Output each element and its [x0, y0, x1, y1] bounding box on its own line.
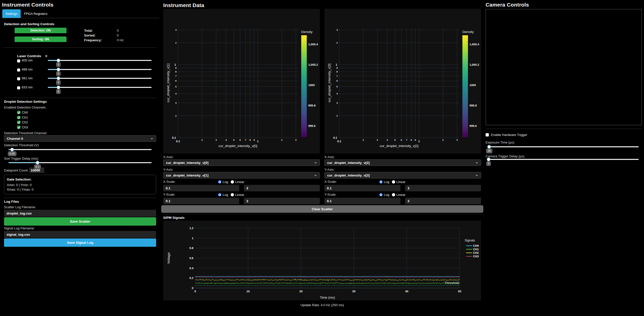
y-min-input[interactable]: 0.1 [163, 198, 239, 204]
linear-radio[interactable] [231, 180, 234, 184]
slider-value-bubble: 28 [486, 149, 492, 153]
enable-hardware-trigger-label: Enable Hardware Trigger [489, 133, 527, 137]
laser-561-power-slider[interactable]: 5 [43, 76, 156, 80]
camera-trigger-delay-slider[interactable]: 0 [485, 157, 642, 161]
y-max-input[interactable]: 3 [244, 198, 320, 204]
x-max-input[interactable]: 3 [244, 185, 320, 191]
slider-track[interactable] [9, 162, 38, 163]
slider-handle[interactable] [57, 86, 60, 89]
slider-handle[interactable] [487, 145, 491, 149]
sorting-toggle-button[interactable]: Sorting: ON [15, 37, 66, 42]
gate-max-values: Xmax: 0 | Ymax: 0 [7, 187, 153, 192]
tab-settings[interactable]: Settings [2, 9, 21, 18]
log-radio-label: Log [384, 193, 389, 197]
laser-561-checkbox[interactable] [17, 77, 20, 80]
laser-633-checkbox[interactable] [17, 86, 20, 89]
y-max-input[interactable]: 3 [405, 198, 481, 204]
svg-text:2: 2 [336, 114, 338, 117]
linear-radio[interactable] [392, 193, 395, 196]
svg-text:Time (ms): Time (ms) [320, 296, 335, 299]
svg-text:5: 5 [394, 138, 396, 141]
camera-image-view[interactable] [486, 9, 642, 125]
channel-Ch3-checkbox[interactable] [17, 126, 20, 129]
detection-threshold-slider[interactable]: 0.05 [4, 148, 156, 152]
slider-handle[interactable] [10, 148, 14, 151]
tab-fpga-registers[interactable]: FPGA Registers [21, 9, 51, 18]
svg-text:9: 9 [254, 138, 255, 141]
signal-log-filename-input[interactable]: signal_log.csv [4, 231, 156, 238]
sipm-signals-plot[interactable]: 0102030405000.20.40.60.811.2Time (ms)Vol… [163, 221, 481, 300]
log-radio[interactable] [218, 193, 221, 196]
svg-text:2: 2 [281, 138, 282, 141]
slider-value-bubble: 5 [56, 71, 61, 76]
log-files-heading: Log Files [4, 200, 156, 203]
svg-text:3: 3 [336, 101, 338, 104]
laser-488-power-slider[interactable]: 5 [43, 67, 156, 72]
svg-text:cur_droplet_intensity_v[2]: cur_droplet_intensity_v[2] [380, 144, 419, 148]
chevron-down-icon [314, 175, 317, 176]
y-min-input[interactable]: 0.1 [324, 198, 400, 204]
svg-text:5: 5 [175, 85, 177, 88]
detection-toggle-button[interactable]: Detection: ON [15, 28, 66, 33]
log-radio[interactable] [379, 180, 383, 184]
slider-rail[interactable] [9, 149, 152, 150]
sort-trigger-delay-slider[interactable]: 0.1 [4, 161, 156, 165]
channel-label: Ch1 [20, 116, 28, 119]
laser-405-power-slider[interactable]: 5 [43, 58, 156, 62]
x-max-input[interactable]: 3 [405, 185, 481, 191]
scatter-log-filename-label: Scatter Log Filename: [4, 205, 156, 209]
laser-633-power-slider[interactable]: 5 [43, 85, 156, 89]
channel-Ch1-checkbox[interactable] [17, 116, 20, 119]
x-axis-value: cur_droplet_intensity_v[0] [166, 161, 209, 165]
slider-handle[interactable] [36, 161, 39, 164]
slider-handle[interactable] [57, 59, 60, 62]
x-min-input[interactable]: 0.1 [163, 185, 239, 191]
scatter-plot-2[interactable]: 223344556677889922330.10.111cur_droplet_… [324, 9, 481, 154]
linear-radio[interactable] [392, 180, 395, 184]
save-signal-log-button[interactable]: Save Signal Log [4, 238, 156, 247]
channel-Ch2-checkbox[interactable] [17, 121, 20, 124]
scatter-plot-1[interactable]: 223344556677889922330.10.111cur_droplet_… [163, 9, 320, 154]
log-radio[interactable] [218, 180, 221, 184]
exposure-time-slider[interactable]: 28 [485, 145, 642, 149]
x-axis-select[interactable]: cur_droplet_intensity_v[0] [163, 159, 320, 166]
save-scatter-button[interactable]: Save Scatter [4, 217, 156, 226]
gate-min-values: Xmin: 0 | Ymin: 0 [7, 183, 153, 187]
channel-Ch0-checkbox[interactable] [17, 111, 20, 114]
slider-rail[interactable] [48, 60, 152, 61]
slider-rail[interactable] [48, 78, 152, 79]
slider-rail[interactable] [489, 146, 639, 147]
svg-text:1,000.4: 1,000.4 [308, 43, 318, 46]
laser-rows: 405 nm5488 nm5561 nm5633 nm5 [2, 58, 159, 94]
threshold-channel-select[interactable]: Channel 0 [4, 135, 156, 142]
x-axis-select[interactable]: cur_droplet_intensity_v[2] [324, 159, 481, 166]
scatter-log-filename-input[interactable]: droplet_log.csv [4, 210, 156, 217]
camera-controls-panel: Camera Controls Enable Hardware Trigger … [483, 0, 644, 316]
slider-handle[interactable] [57, 77, 60, 80]
channel-label: Ch0 [20, 111, 28, 114]
laser-405-checkbox[interactable] [17, 59, 20, 62]
detection-threshold-label: Detection Threshold (V): [4, 143, 156, 147]
slider-rail[interactable] [48, 69, 152, 70]
svg-text:cur_droplet_intensity_v[1]: cur_droplet_intensity_v[1] [166, 64, 170, 102]
slider-rail[interactable] [489, 159, 639, 160]
x-min-input[interactable]: 0.1 [324, 185, 400, 191]
svg-text:4: 4 [175, 92, 177, 95]
y-axis-select[interactable]: cur_droplet_intensity_v[3] [324, 172, 481, 179]
svg-text:3: 3 [456, 138, 458, 141]
enable-hardware-trigger-checkbox[interactable] [486, 133, 489, 136]
clear-scatter-button[interactable]: Clear Scatter [161, 205, 483, 213]
log-radio[interactable] [379, 193, 383, 196]
x-axis-label: X-Axis: [324, 155, 481, 159]
threshold-channel-label: Detection Threshold Channel: [4, 131, 156, 135]
slider-rail[interactable] [48, 87, 152, 88]
svg-text:7: 7 [245, 138, 246, 141]
stat-label: Sorted: [84, 33, 117, 37]
slider-handle[interactable] [57, 68, 60, 71]
slider-handle[interactable] [487, 158, 490, 161]
channel-label: Ch3 [20, 125, 28, 129]
svg-text:2: 2 [175, 114, 177, 117]
y-axis-select[interactable]: cur_droplet_intensity_v[1] [163, 172, 320, 179]
linear-radio[interactable] [231, 193, 234, 196]
laser-488-checkbox[interactable] [17, 68, 20, 72]
